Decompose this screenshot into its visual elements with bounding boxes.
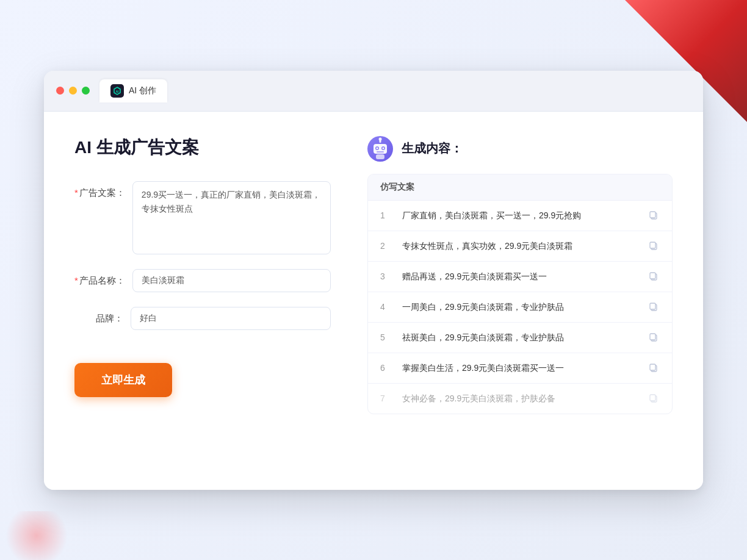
- maximize-button[interactable]: [82, 87, 90, 95]
- title-bar: AI AI 创作: [44, 71, 703, 112]
- svg-rect-17: [650, 273, 655, 279]
- row-number: 7: [380, 393, 392, 403]
- table-row: 1 厂家直销，美白淡斑霜，买一送一，29.9元抢购: [368, 201, 672, 231]
- tab-ai-icon: AI: [110, 84, 124, 98]
- svg-text:AI: AI: [116, 89, 120, 93]
- brand-group: 品牌：: [74, 307, 331, 330]
- row-number: 5: [380, 332, 392, 342]
- copy-icon[interactable]: [648, 362, 660, 374]
- right-header: 生成内容：: [367, 136, 673, 162]
- traffic-lights: [56, 87, 90, 95]
- page-title: AI 生成广告文案: [74, 136, 331, 159]
- background-decoration-bottom-left: [0, 511, 73, 560]
- product-name-group: *产品名称：: [74, 269, 331, 292]
- row-text: 掌握美白生活，29.9元美白淡斑霜买一送一: [402, 362, 638, 375]
- row-number: 4: [380, 302, 392, 312]
- table-row: 5 祛斑美白，29.9元美白淡斑霜，专业护肤品: [368, 323, 672, 353]
- svg-rect-15: [650, 242, 655, 248]
- copy-icon[interactable]: [648, 301, 660, 313]
- copy-icon[interactable]: [648, 331, 660, 343]
- browser-window: AI AI 创作 AI 生成广告文案 *广告文案： *产品名称：: [44, 71, 703, 490]
- results-table: 仿写文案 1 厂家直销，美白淡斑霜，买一送一，29.9元抢购 2 专抹女性斑点，…: [367, 174, 673, 414]
- right-panel: 生成内容： 仿写文案 1 厂家直销，美白淡斑霜，买一送一，29.9元抢购 2 专…: [367, 136, 673, 465]
- product-name-input[interactable]: [132, 269, 331, 292]
- product-name-required: *: [74, 275, 78, 285]
- ad-copy-input[interactable]: [132, 181, 331, 254]
- brand-label: 品牌：: [74, 307, 123, 325]
- copy-icon[interactable]: [648, 209, 660, 221]
- ad-copy-label: *广告文案：: [74, 181, 125, 199]
- svg-rect-11: [376, 154, 384, 159]
- row-number: 6: [380, 363, 392, 373]
- row-number: 1: [380, 210, 392, 220]
- copy-icon[interactable]: [648, 240, 660, 252]
- close-button[interactable]: [56, 87, 64, 95]
- row-text: 一周美白，29.9元美白淡斑霜，专业护肤品: [402, 301, 638, 314]
- svg-rect-23: [650, 364, 655, 370]
- ad-copy-required: *: [74, 187, 78, 198]
- row-number: 3: [380, 271, 392, 281]
- svg-rect-19: [650, 303, 655, 309]
- row-text: 厂家直销，美白淡斑霜，买一送一，29.9元抢购: [402, 209, 638, 222]
- robot-icon: [367, 136, 393, 162]
- svg-point-9: [383, 147, 384, 149]
- table-row: 6 掌握美白生活，29.9元美白淡斑霜买一送一: [368, 353, 672, 384]
- main-content: AI 生成广告文案 *广告文案： *产品名称： 品牌： 立即生成: [44, 112, 703, 490]
- svg-rect-10: [377, 151, 384, 153]
- svg-rect-21: [650, 334, 655, 340]
- table-row: 2 专抹女性斑点，真实功效，29.9元美白淡斑霜: [368, 231, 672, 262]
- svg-rect-13: [650, 212, 655, 218]
- row-number: 2: [380, 241, 392, 251]
- table-header: 仿写文案: [368, 174, 672, 201]
- svg-point-4: [379, 137, 382, 140]
- left-panel: AI 生成广告文案 *广告文案： *产品名称： 品牌： 立即生成: [74, 136, 331, 465]
- brand-input[interactable]: [131, 307, 331, 330]
- minimize-button[interactable]: [69, 87, 77, 95]
- row-text: 女神必备，29.9元美白淡斑霜，护肤必备: [402, 392, 638, 405]
- product-name-label: *产品名称：: [74, 269, 125, 287]
- ad-copy-group: *广告文案：: [74, 181, 331, 254]
- row-text: 专抹女性斑点，真实功效，29.9元美白淡斑霜: [402, 240, 638, 253]
- copy-icon[interactable]: [648, 392, 660, 404]
- svg-rect-25: [650, 395, 655, 401]
- copy-icon[interactable]: [648, 270, 660, 282]
- table-row: 3 赠品再送，29.9元美白淡斑霜买一送一: [368, 262, 672, 292]
- tab-title-label: AI 创作: [129, 85, 156, 96]
- generate-button[interactable]: 立即生成: [74, 363, 172, 397]
- browser-tab[interactable]: AI AI 创作: [99, 79, 167, 102]
- table-row: 4 一周美白，29.9元美白淡斑霜，专业护肤品: [368, 292, 672, 323]
- right-section-title: 生成内容：: [402, 140, 463, 157]
- table-row: 7 女神必备，29.9元美白淡斑霜，护肤必备: [368, 384, 672, 414]
- svg-point-8: [377, 147, 378, 149]
- row-text: 祛斑美白，29.9元美白淡斑霜，专业护肤品: [402, 331, 638, 344]
- row-text: 赠品再送，29.9元美白淡斑霜买一送一: [402, 270, 638, 283]
